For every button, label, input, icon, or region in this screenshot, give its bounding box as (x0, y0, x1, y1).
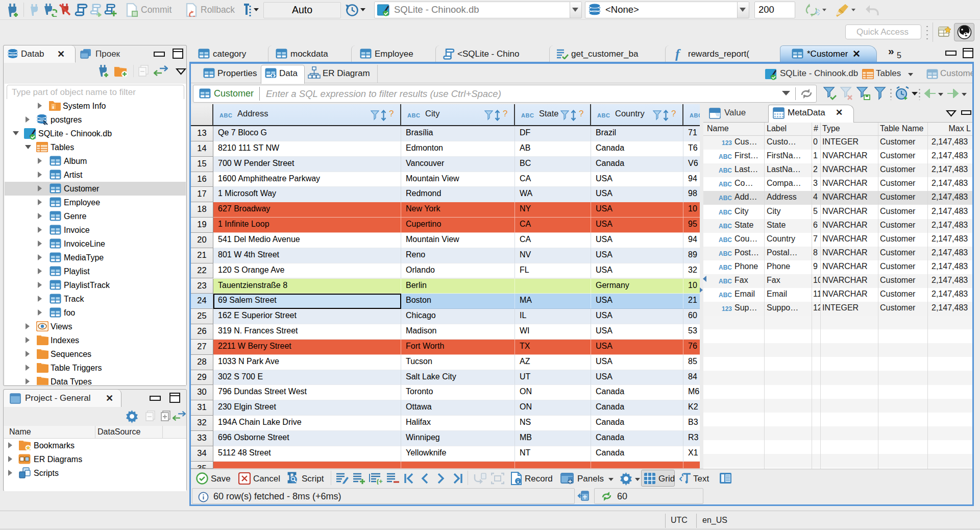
svg-text:(+): (+) (377, 477, 383, 485)
